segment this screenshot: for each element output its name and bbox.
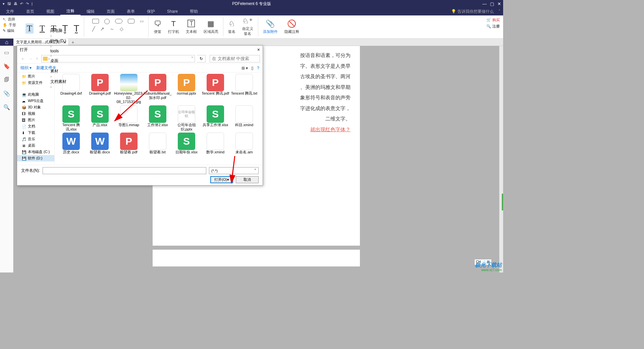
add-attachment-button[interactable]: 📎添加附件 bbox=[260, 17, 281, 36]
tree-item[interactable]: 📁资源文件 bbox=[17, 80, 54, 86]
tree-item[interactable] bbox=[17, 86, 54, 91]
breadcrumb-seg[interactable]: 软件 (D:) bbox=[50, 38, 66, 44]
annotations-icon[interactable]: 🗐 bbox=[4, 77, 9, 83]
folder-tree[interactable]: 📁图片📁资源文件💻此电脑☁WPS云盘📦3D 对象🎞视频🖼图片📄文档⬇下载🎵音乐🖥… bbox=[17, 72, 55, 165]
open-button[interactable]: 打开(O) ▾ bbox=[210, 176, 233, 183]
eraser-shape[interactable]: ◇ bbox=[120, 26, 123, 32]
new-tab-button[interactable]: + bbox=[69, 40, 77, 45]
qat-save-icon[interactable]: 🖫 bbox=[7, 2, 11, 6]
tree-item[interactable]: 📦3D 对象 bbox=[17, 104, 54, 110]
tell-me-search[interactable]: 💡 告诉我你想要做什么 bbox=[451, 9, 494, 14]
qat-undo-icon[interactable]: ↶ bbox=[20, 2, 23, 6]
file-item[interactable]: Pnormal.pptx bbox=[172, 73, 201, 105]
close-button[interactable]: ✕ bbox=[497, 1, 501, 6]
tree-item[interactable]: 🖼图片 bbox=[17, 117, 54, 123]
file-item[interactable]: Honeyview_2023-02-08_171531.jpg bbox=[114, 73, 143, 105]
file-item[interactable]: S工作簿2.xlsx bbox=[143, 105, 172, 132]
signature-button[interactable]: ♘签名 bbox=[225, 17, 239, 36]
menu-首页[interactable]: 首页 bbox=[20, 7, 40, 15]
menu-帮助[interactable]: 帮助 bbox=[184, 7, 204, 15]
file-item[interactable]: 导图1.mmap bbox=[114, 105, 143, 132]
hide-annotations-button[interactable]: 🚫隐藏注释 bbox=[281, 17, 303, 36]
tree-item[interactable]: ⬇下载 bbox=[17, 130, 54, 136]
file-item[interactable]: S产品.xlsx bbox=[86, 105, 114, 132]
qat-redo-icon[interactable]: ↷ bbox=[26, 2, 29, 6]
oval-shape[interactable] bbox=[104, 19, 110, 24]
file-list[interactable]: Drawing4.dxfPDrawing4.pdfHoneyview_2023-… bbox=[55, 72, 263, 165]
file-item[interactable]: 科目.xmind bbox=[230, 105, 259, 132]
menu-页面[interactable]: 页面 bbox=[101, 7, 121, 15]
breadcrumb-seg[interactable]: tools bbox=[50, 49, 66, 53]
tree-item[interactable] bbox=[17, 161, 54, 165]
tree-item[interactable]: 🖥桌面 bbox=[17, 142, 54, 149]
tree-item[interactable]: 💾本地磁盘 (C:) bbox=[17, 149, 54, 155]
area-highlight-button[interactable]: ▦区域高亮 bbox=[200, 17, 222, 36]
nav-forward-icon[interactable]: → bbox=[27, 56, 34, 62]
qat-more-icon[interactable]: | bbox=[32, 2, 33, 6]
breadcrumb-path[interactable]: › 此电脑 › 软件 (D:) › tools › 桌面 › 素材 › 文档素材… bbox=[41, 55, 195, 62]
menu-Share[interactable]: Share bbox=[161, 7, 184, 15]
menu-保护[interactable]: 保护 bbox=[141, 7, 161, 15]
file-item[interactable]: PKubuntuManual_加水印.pdf bbox=[143, 73, 172, 105]
filename-input[interactable] bbox=[43, 167, 206, 174]
tree-item[interactable]: 🎵音乐 bbox=[17, 136, 54, 142]
tree-item[interactable]: 🎞视频 bbox=[17, 110, 54, 117]
qat-print-icon[interactable]: 🖶 bbox=[14, 2, 17, 6]
file-item[interactable]: W历史.docx bbox=[57, 132, 86, 155]
minimize-button[interactable]: — bbox=[482, 1, 487, 6]
search-icon[interactable]: 🔍 bbox=[3, 104, 10, 110]
maximize-button[interactable]: ▢ bbox=[490, 1, 494, 6]
file-item[interactable]: STencent 腾讯.xlsx bbox=[57, 105, 86, 132]
file-item[interactable]: 盼望着.txt bbox=[143, 132, 172, 155]
file-item[interactable]: W盼望着.docx bbox=[86, 132, 114, 155]
squiggly-tool[interactable]: T̰ bbox=[74, 23, 79, 34]
free-shape[interactable]: ～ bbox=[110, 26, 114, 32]
path-dropdown-icon[interactable]: ˅ bbox=[191, 56, 193, 61]
preview-pane-icon[interactable]: ▯ bbox=[251, 66, 254, 70]
tree-item[interactable]: 📁图片 bbox=[17, 73, 54, 80]
right-scrollbar[interactable] bbox=[499, 46, 503, 272]
nav-up-icon[interactable]: ↑ bbox=[35, 56, 39, 62]
dialog-search-input[interactable] bbox=[210, 55, 260, 62]
menu-注释[interactable]: 注释 bbox=[60, 7, 80, 15]
file-item[interactable]: Tencent 腾讯.txt bbox=[230, 73, 259, 105]
file-item[interactable]: 未命名.am bbox=[230, 132, 259, 155]
attachments-icon[interactable]: 📎 bbox=[3, 90, 10, 97]
buy-button[interactable]: 🛒购买 bbox=[486, 17, 500, 22]
file-filter-dropdown[interactable]: (*.*)˅ bbox=[209, 167, 259, 174]
breadcrumb-seg[interactable]: 文档素材 bbox=[50, 79, 66, 85]
red-link-text[interactable]: 就出现红色字体？ bbox=[310, 127, 351, 132]
menu-表单[interactable]: 表单 bbox=[121, 7, 141, 15]
textbox-button[interactable]: 🅃文本框 bbox=[182, 17, 200, 36]
file-item[interactable]: 公司年会组织公司年会组织.pptx bbox=[172, 105, 201, 132]
home-tab[interactable]: ⌂ bbox=[0, 39, 13, 46]
file-item[interactable]: S日期年份.xlsx bbox=[172, 132, 201, 155]
ribbon-collapse-icon[interactable]: ˄ bbox=[498, 9, 500, 14]
breadcrumb-seg[interactable]: 桌面 bbox=[50, 58, 66, 64]
app-icon[interactable]: ▾ bbox=[3, 2, 5, 6]
typewriter-button[interactable]: T打字机 bbox=[165, 17, 182, 36]
menu-编辑[interactable]: 编辑 bbox=[80, 7, 101, 15]
menu-视图[interactable]: 视图 bbox=[40, 7, 60, 15]
line-shape[interactable]: ▭ bbox=[140, 19, 144, 24]
file-item[interactable]: S共享工作簿.xlsx bbox=[201, 105, 230, 132]
cloud-shape[interactable] bbox=[115, 19, 122, 23]
cancel-button[interactable]: 取消 bbox=[236, 176, 259, 183]
nav-back-icon[interactable]: ← bbox=[20, 56, 26, 62]
menu-文件[interactable]: 文件 bbox=[0, 7, 20, 15]
rect-shape[interactable] bbox=[92, 19, 99, 23]
register-button[interactable]: 🔍注册 bbox=[486, 24, 500, 29]
bookmarks-icon[interactable]: 🔖 bbox=[3, 63, 10, 69]
file-item[interactable]: PDrawing4.pdf bbox=[86, 73, 114, 105]
hand-mode[interactable]: ✋手形 bbox=[3, 22, 16, 28]
tree-item[interactable]: 💾软件 (D:) bbox=[17, 155, 54, 161]
thumbnails-icon[interactable]: ▭ bbox=[4, 49, 9, 56]
help-icon[interactable]: ? bbox=[257, 66, 259, 70]
sticky-note-button[interactable]: 🗨便签 bbox=[151, 17, 165, 36]
arrow-shape[interactable]: ↗ bbox=[100, 26, 104, 32]
underline-tool[interactable]: T bbox=[40, 23, 45, 34]
dialog-close-icon[interactable]: × bbox=[257, 47, 260, 52]
breadcrumb-seg[interactable]: 此电脑 bbox=[50, 28, 66, 34]
polygon-shape[interactable] bbox=[128, 19, 135, 23]
view-mode-icon[interactable]: ⊞ ▾ bbox=[241, 66, 248, 70]
